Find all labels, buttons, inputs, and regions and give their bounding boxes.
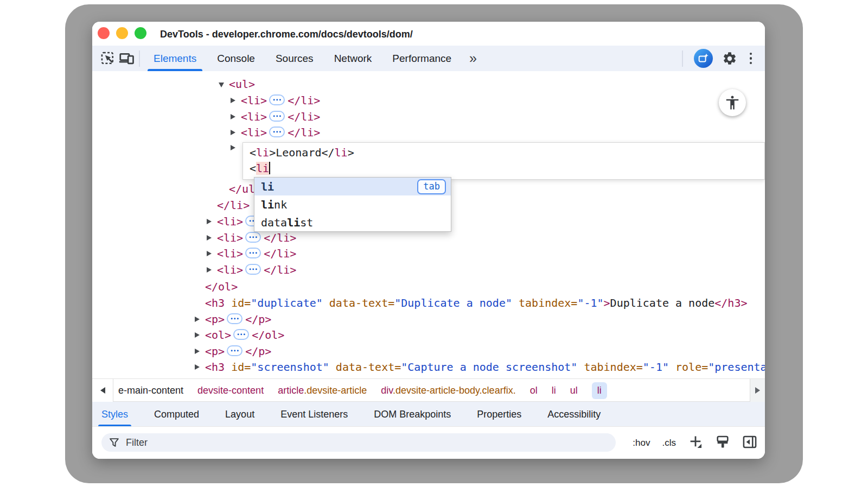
tab-sources[interactable]: Sources: [265, 46, 324, 71]
new-style-rule-button[interactable]: [688, 434, 703, 452]
expand-arrow-icon[interactable]: [195, 332, 200, 338]
breadcrumb-item[interactable]: article.devsite-article: [278, 382, 367, 399]
expand-arrow-icon[interactable]: [231, 114, 235, 119]
ellipsis-expand-icon[interactable]: [269, 111, 285, 122]
breadcrumb-item[interactable]: div.devsite-article-body.clearfix.: [381, 382, 515, 399]
token-tag: li: [335, 146, 348, 159]
dom-row-clipped-li[interactable]: <li></li>: [92, 71, 765, 74]
dom-row-h3-screenshot[interactable]: <h3 id="screenshot" data-text="Capture a…: [92, 359, 765, 375]
tab-network[interactable]: Network: [324, 46, 382, 71]
token-val: "screenshot": [251, 361, 329, 374]
expand-arrow-icon[interactable]: [195, 364, 200, 370]
tab-layout[interactable]: Layout: [225, 402, 254, 427]
dom-row-li-collapsed[interactable]: <li></li>: [92, 230, 765, 246]
autocomplete-item[interactable]: link: [254, 195, 451, 213]
expand-arrow-icon[interactable]: [231, 130, 235, 135]
tab-dom-breakpoints[interactable]: DOM Breakpoints: [374, 402, 451, 427]
toggle-pseudo-classes-button[interactable]: :hov: [633, 438, 650, 448]
dom-edit-textbox[interactable]: <li>Leonard</li><li: [242, 142, 765, 180]
dom-row-tokens: <li></li>: [217, 262, 296, 278]
zoom-window-button[interactable]: [135, 27, 146, 39]
settings-gear-icon[interactable]: [720, 49, 739, 68]
breadcrumb-item[interactable]: li: [552, 382, 556, 399]
token-tag: </ol>: [205, 280, 238, 293]
tab-accessibility[interactable]: Accessibility: [547, 402, 601, 427]
expand-arrow-icon[interactable]: [207, 235, 212, 241]
breadcrumb-scroll-left-button[interactable]: [92, 379, 113, 402]
dom-row-li-collapsed[interactable]: <li></li>: [92, 109, 765, 125]
breadcrumb-item[interactable]: li: [592, 382, 607, 399]
dom-row-li-collapsed[interactable]: <li></li>: [92, 262, 765, 278]
dom-row-p-collapsed[interactable]: <p></p>: [92, 344, 765, 359]
ellipsis-expand-icon[interactable]: [245, 248, 261, 258]
dom-row-tokens: <ul>: [229, 77, 255, 92]
right-arrow-icon: [755, 387, 760, 394]
toggle-element-classes-button[interactable]: .cls: [662, 438, 676, 448]
tab-computed[interactable]: Computed: [154, 402, 199, 427]
dom-row-li-collapsed[interactable]: <li></li>: [92, 125, 765, 141]
dom-row-ol-collapsed[interactable]: <ol></ol>: [92, 327, 765, 343]
expand-arrow-icon[interactable]: [207, 219, 212, 224]
token-tag: <li>: [217, 263, 243, 276]
autocomplete-item[interactable]: litab: [254, 178, 451, 195]
token-attr: data-text=: [336, 361, 401, 374]
dom-row-tokens: <li></li>: [241, 109, 320, 125]
dom-row-h3-duplicate[interactable]: <h3 id="duplicate" data-text="Duplicate …: [92, 295, 765, 311]
ellipsis-expand-icon[interactable]: [227, 313, 242, 324]
breadcrumb-item[interactable]: ol: [530, 382, 538, 399]
breadcrumb-item[interactable]: ul: [570, 382, 578, 399]
ellipsis-expand-icon[interactable]: [269, 94, 285, 105]
inspect-element-icon[interactable]: [99, 49, 117, 68]
token-attr: id=: [231, 361, 251, 374]
tab-event-listeners[interactable]: Event Listeners: [280, 402, 348, 427]
expand-arrow-icon[interactable]: [231, 98, 235, 103]
tab-performance[interactable]: Performance: [382, 46, 462, 71]
ellipsis-expand-icon[interactable]: [227, 345, 242, 356]
tab-styles[interactable]: Styles: [101, 402, 128, 427]
typed-tag-prefix: li: [256, 162, 269, 175]
tab-properties[interactable]: Properties: [477, 402, 521, 427]
tab-elements[interactable]: Elements: [143, 46, 207, 71]
tab-label: Styles: [101, 409, 128, 420]
expand-arrow-icon[interactable]: [207, 267, 212, 273]
accessibility-overlay-button[interactable]: [719, 89, 746, 116]
dock-sidebar-icon[interactable]: [742, 434, 757, 452]
rendering-brush-icon[interactable]: [715, 434, 730, 452]
token-tag: <li>: [241, 94, 267, 107]
breadcrumb-item[interactable]: e-main-content: [118, 382, 183, 399]
tab-console[interactable]: Console: [207, 46, 265, 71]
collapse-arrow-icon[interactable]: [219, 83, 224, 87]
token-val: "Capture a node screenshot": [401, 361, 577, 374]
breadcrumb-scroll-right-button[interactable]: [750, 379, 765, 402]
devtools-window: DevTools - developer.chrome.com/docs/dev…: [92, 22, 765, 459]
styles-filter-input[interactable]: Filter: [101, 433, 616, 452]
token-val: "-1": [643, 361, 669, 374]
token-plain: </: [321, 146, 334, 159]
dom-row-li-collapsed[interactable]: <li></li>: [92, 246, 765, 262]
more-tabs-icon[interactable]: »: [462, 50, 484, 66]
expand-arrow-icon[interactable]: [231, 145, 235, 150]
autocomplete-item[interactable]: datalist: [254, 213, 451, 231]
dom-row-ul-open[interactable]: <ul>: [92, 77, 765, 92]
toolbar-divider-right: [682, 50, 683, 67]
autocomplete-item-text: nk: [274, 198, 287, 211]
breadcrumb-item[interactable]: devsite-content: [197, 382, 264, 399]
expand-arrow-icon[interactable]: [195, 349, 200, 354]
device-toolbar-icon[interactable]: [117, 49, 136, 68]
ellipsis-expand-icon[interactable]: [233, 329, 249, 340]
autocomplete-item-text: li: [261, 198, 274, 211]
expand-arrow-icon[interactable]: [207, 251, 212, 256]
close-window-button[interactable]: [98, 27, 110, 39]
ai-assistance-icon[interactable]: [694, 49, 713, 68]
styles-toolbar-buttons: :hov .cls: [633, 427, 757, 459]
dom-row-p-collapsed[interactable]: <p></p>: [92, 312, 765, 327]
dom-row-li-collapsed[interactable]: <li></li>: [92, 93, 765, 109]
toolbar-right: [679, 49, 765, 68]
ellipsis-expand-icon[interactable]: [269, 127, 285, 137]
minimize-window-button[interactable]: [116, 27, 128, 39]
dom-row-ol-close[interactable]: </ol>: [92, 279, 765, 295]
ellipsis-expand-icon[interactable]: [245, 264, 261, 275]
ellipsis-expand-icon[interactable]: [245, 232, 261, 243]
expand-arrow-icon[interactable]: [195, 317, 200, 322]
kebab-menu-icon[interactable]: [746, 50, 756, 67]
